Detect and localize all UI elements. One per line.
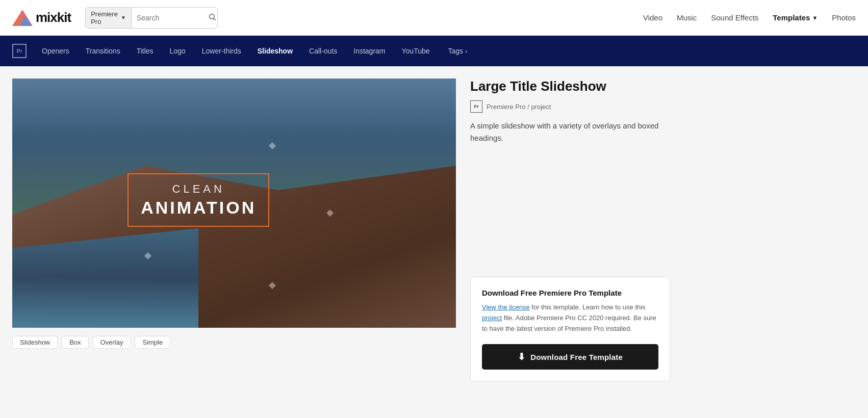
cat-tags[interactable]: Tags ›	[443, 44, 473, 58]
template-title: Large Title Slideshow	[470, 79, 670, 94]
chevron-right-icon: ›	[465, 47, 467, 55]
tag-slideshow[interactable]: Slideshow	[12, 336, 58, 349]
download-button[interactable]: ⬇ Download Free Template	[482, 344, 658, 370]
nav-templates[interactable]: Templates ▼	[773, 13, 818, 22]
search-dropdown-label: Premiere Pro	[91, 10, 118, 25]
video-tags: Slideshow Box Overlay Simple	[12, 336, 456, 349]
cat-openers[interactable]: Openers	[35, 44, 76, 58]
tag-box[interactable]: Box	[62, 336, 88, 349]
nav-music[interactable]: Music	[677, 13, 697, 22]
project-link[interactable]: project	[482, 314, 502, 322]
svg-line-4	[214, 18, 216, 20]
category-nav: Pr Openers Transitions Titles Logo Lower…	[0, 36, 868, 66]
sidebar: Large Title Slideshow Pr Premiere Pro / …	[456, 79, 670, 381]
video-container[interactable]: CLEAN ANIMATION	[12, 79, 456, 328]
cat-logo[interactable]: Logo	[163, 44, 193, 58]
template-description: A simple slideshow with a variety of ove…	[470, 120, 670, 144]
chevron-down-icon: ▼	[121, 15, 126, 20]
pr-badge-sidebar: Pr	[470, 100, 482, 113]
download-button-label: Download Free Template	[530, 353, 623, 361]
search-button[interactable]	[203, 13, 218, 22]
search-icon	[208, 13, 216, 21]
svg-point-3	[209, 14, 214, 19]
top-nav: mixkit Premiere Pro ▼ Video Music Sound …	[0, 0, 868, 36]
view-license-link[interactable]: View the license	[482, 303, 530, 311]
search-input[interactable]	[132, 8, 203, 28]
search-bar: Premiere Pro ▼	[85, 7, 218, 29]
chevron-down-icon: ▼	[812, 15, 818, 21]
template-badge-row: Pr Premiere Pro / project	[470, 100, 670, 113]
search-dropdown[interactable]: Premiere Pro ▼	[86, 8, 132, 28]
tag-simple[interactable]: Simple	[135, 336, 170, 349]
overlay-box: CLEAN ANIMATION	[127, 173, 269, 227]
cat-instagram[interactable]: Instagram	[346, 44, 392, 58]
overlay-text-animation: ANIMATION	[141, 198, 256, 218]
download-box: Download Free Premiere Pro Template View…	[470, 277, 670, 381]
template-subtitle: Premiere Pro / project	[487, 103, 551, 111]
overlay-text-clean: CLEAN	[172, 182, 225, 196]
mixkit-logo-icon	[12, 10, 33, 26]
top-nav-links: Video Music Sound Effects Templates ▼ Ph…	[643, 13, 856, 22]
cat-call-outs[interactable]: Call-outs	[302, 44, 344, 58]
main-content: CLEAN ANIMATION Slideshow Box Overlay Si…	[0, 66, 868, 394]
video-panel: CLEAN ANIMATION Slideshow Box Overlay Si…	[12, 79, 456, 381]
cat-titles[interactable]: Titles	[130, 44, 161, 58]
cat-transitions[interactable]: Transitions	[79, 44, 127, 58]
cat-youtube[interactable]: YouTube	[395, 44, 437, 58]
nav-sound-effects[interactable]: Sound Effects	[711, 13, 758, 22]
logo[interactable]: mixkit	[12, 10, 71, 26]
nav-video[interactable]: Video	[643, 13, 662, 22]
video-background: CLEAN ANIMATION	[12, 79, 456, 328]
download-box-title: Download Free Premiere Pro Template	[482, 289, 658, 297]
logo-text: mixkit	[36, 10, 71, 25]
cat-slideshow[interactable]: Slideshow	[250, 44, 300, 58]
cat-lower-thirds[interactable]: Lower-thirds	[195, 44, 248, 58]
pr-badge: Pr	[12, 44, 27, 58]
nav-photos[interactable]: Photos	[832, 13, 856, 22]
download-box-desc: View the license for this template. Lear…	[482, 302, 658, 334]
tag-overlay[interactable]: Overlay	[93, 336, 131, 349]
download-icon: ⬇	[518, 351, 525, 362]
